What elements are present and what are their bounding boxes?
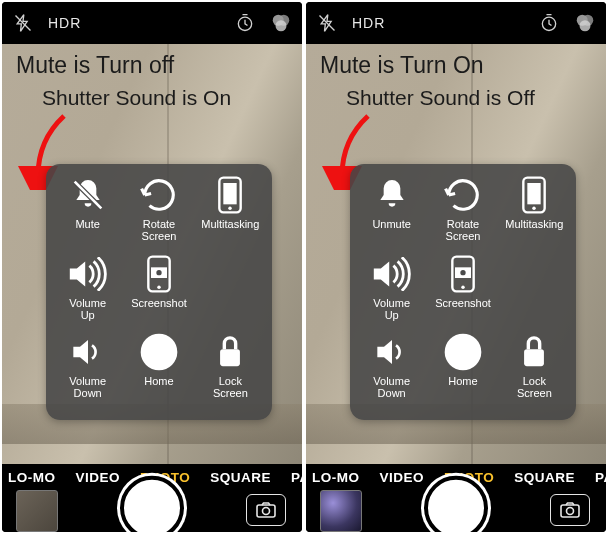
svg-rect-31 — [524, 349, 544, 366]
hdr-button[interactable]: HDR — [352, 15, 385, 31]
camera-controls — [2, 490, 302, 532]
svg-point-17 — [263, 508, 270, 515]
home-label: Home — [144, 375, 173, 387]
screenshot-icon — [138, 253, 180, 295]
lock-icon — [513, 331, 555, 373]
svg-point-30 — [445, 334, 482, 371]
assistive-touch-panel: Mute RotateScreen Multitasking VolumeUp … — [46, 164, 272, 420]
phone-screenshot-right: HDR Mute is Turn On Shutter Sound is Off… — [306, 2, 606, 532]
volume-down-button[interactable]: VolumeDown — [356, 331, 427, 410]
svg-point-33 — [567, 508, 574, 515]
lock-label: LockScreen — [517, 375, 552, 399]
home-circle-icon — [442, 331, 484, 373]
svg-point-12 — [156, 270, 161, 275]
annotation-line-2: Shutter Sound is Off — [346, 86, 535, 110]
camera-viewfinder: Mute is Turn off Shutter Sound is On Mut… — [2, 44, 302, 464]
svg-point-29 — [461, 285, 464, 288]
assistive-touch-panel: Unmute RotateScreen Multitasking VolumeU… — [350, 164, 576, 420]
bell-slash-icon — [67, 174, 109, 216]
volume-down-icon — [67, 331, 109, 373]
flash-off-icon[interactable] — [12, 12, 34, 34]
multitasking-label: Multitasking — [201, 218, 259, 230]
flash-off-icon[interactable] — [316, 12, 338, 34]
mute-button[interactable]: Mute — [52, 174, 123, 253]
multitasking-button[interactable]: Multitasking — [499, 174, 570, 253]
last-photo-thumbnail[interactable] — [320, 490, 362, 532]
volume-down-icon — [371, 331, 413, 373]
svg-point-14 — [141, 334, 178, 371]
screenshot-label: Screenshot — [435, 297, 491, 309]
volume-up-icon — [371, 253, 413, 295]
rotate-icon — [442, 174, 484, 216]
volume-down-label: VolumeDown — [373, 375, 410, 399]
svg-rect-24 — [528, 183, 541, 204]
lock-icon — [209, 331, 251, 373]
volume-down-label: VolumeDown — [69, 375, 106, 399]
bell-icon — [371, 174, 413, 216]
svg-point-9 — [229, 207, 232, 210]
svg-rect-15 — [220, 349, 240, 366]
annotation-line-1: Mute is Turn On — [320, 52, 484, 79]
mode-video[interactable]: VIDEO — [380, 470, 425, 485]
screenshot-button[interactable]: Screenshot — [123, 253, 194, 332]
multitasking-icon — [209, 174, 251, 216]
svg-point-22 — [580, 20, 591, 31]
last-photo-thumbnail[interactable] — [16, 490, 58, 532]
screenshot-icon — [442, 253, 484, 295]
rotate-label: RotateScreen — [142, 218, 177, 242]
mute-label: Unmute — [372, 218, 411, 230]
filters-icon[interactable] — [270, 12, 292, 34]
hdr-button[interactable]: HDR — [48, 15, 81, 31]
shutter-button[interactable] — [424, 476, 488, 532]
mode-video[interactable]: VIDEO — [76, 470, 121, 485]
volume-up-label: VolumeUp — [373, 297, 410, 321]
mute-label: Mute — [75, 218, 99, 230]
camera-controls — [306, 490, 606, 532]
mute-button[interactable]: Unmute — [356, 174, 427, 253]
mode-square[interactable]: SQUARE — [210, 470, 271, 485]
svg-point-4 — [276, 20, 287, 31]
switch-camera-button[interactable] — [550, 494, 590, 526]
home-button[interactable]: Home — [427, 331, 498, 410]
filters-icon[interactable] — [574, 12, 596, 34]
shutter-button[interactable] — [120, 476, 184, 532]
svg-rect-8 — [224, 183, 237, 204]
volume-up-label: VolumeUp — [69, 297, 106, 321]
rotate-label: RotateScreen — [446, 218, 481, 242]
switch-camera-button[interactable] — [246, 494, 286, 526]
annotation-line-2: Shutter Sound is On — [42, 86, 231, 110]
rotate-screen-button[interactable]: RotateScreen — [427, 174, 498, 253]
screenshot-label: Screenshot — [131, 297, 187, 309]
home-label: Home — [448, 375, 477, 387]
camera-topbar: HDR — [2, 2, 302, 44]
home-circle-icon — [138, 331, 180, 373]
svg-point-28 — [460, 270, 465, 275]
volume-up-button[interactable]: VolumeUp — [52, 253, 123, 332]
camera-topbar: HDR — [306, 2, 606, 44]
volume-up-button[interactable]: VolumeUp — [356, 253, 427, 332]
volume-up-icon — [67, 253, 109, 295]
mode-pano[interactable]: PAN — [595, 470, 606, 485]
svg-point-13 — [157, 285, 160, 288]
multitasking-icon — [513, 174, 555, 216]
lock-screen-button[interactable]: LockScreen — [195, 331, 266, 410]
multitasking-button[interactable]: Multitasking — [195, 174, 266, 253]
mode-pano[interactable]: PAN — [291, 470, 302, 485]
rotate-icon — [138, 174, 180, 216]
lock-label: LockScreen — [213, 375, 248, 399]
camera-viewfinder: Mute is Turn On Shutter Sound is Off Unm… — [306, 44, 606, 464]
lock-screen-button[interactable]: LockScreen — [499, 331, 570, 410]
mode-slomo[interactable]: LO-MO — [312, 470, 360, 485]
mode-slomo[interactable]: LO-MO — [8, 470, 56, 485]
rotate-screen-button[interactable]: RotateScreen — [123, 174, 194, 253]
multitasking-label: Multitasking — [505, 218, 563, 230]
volume-down-button[interactable]: VolumeDown — [52, 331, 123, 410]
annotation-line-1: Mute is Turn off — [16, 52, 174, 79]
timer-icon[interactable] — [234, 12, 256, 34]
timer-icon[interactable] — [538, 12, 560, 34]
screenshot-button[interactable]: Screenshot — [427, 253, 498, 332]
panel-empty — [195, 253, 266, 332]
mode-square[interactable]: SQUARE — [514, 470, 575, 485]
phone-screenshot-left: HDR Mute is Turn off Shutter Sound is On… — [2, 2, 302, 532]
home-button[interactable]: Home — [123, 331, 194, 410]
